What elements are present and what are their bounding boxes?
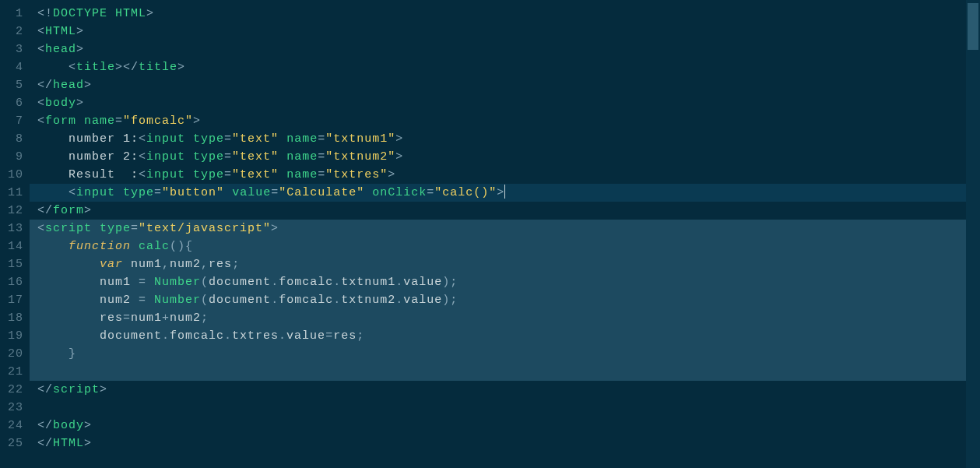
code-token (279, 132, 286, 146)
code-line[interactable]: <form name="fomcalc"> (30, 112, 980, 130)
code-token (185, 168, 193, 181)
code-token: ; (232, 258, 240, 271)
code-line[interactable]: </head> (30, 76, 980, 94)
minimap[interactable] (966, 0, 980, 468)
line-number: 22 (0, 381, 23, 399)
code-token: . (333, 294, 341, 307)
code-token: < (139, 168, 146, 181)
code-line[interactable]: function calc(){ (30, 238, 980, 255)
code-line[interactable]: res=num1+num2; (30, 309, 980, 327)
code-line[interactable]: num1 = Number(document.fomcalc.txtnum1.v… (30, 273, 980, 291)
code-line[interactable] (30, 363, 980, 381)
line-number: 13 (0, 220, 23, 238)
code-token: = (224, 168, 232, 181)
code-token: txtnum1 (341, 276, 395, 289)
code-token: HTML (53, 437, 84, 450)
code-token: = (318, 168, 325, 181)
code-token: . (271, 276, 279, 289)
code-token: res (333, 329, 357, 343)
code-line[interactable]: <title></title> (30, 58, 980, 76)
code-token: type (193, 132, 224, 146)
code-token: head (53, 79, 84, 92)
code-token: "calc()" (434, 186, 497, 199)
line-number: 10 (0, 166, 23, 184)
code-token (279, 168, 286, 181)
code-token: + (162, 311, 170, 325)
code-token (123, 258, 131, 271)
code-token: form (45, 114, 76, 128)
code-token: "Calculate" (279, 186, 364, 199)
code-token: "text" (232, 150, 279, 164)
code-line[interactable]: var num1,num2,res; (30, 255, 980, 273)
text-cursor (504, 185, 505, 199)
line-number: 9 (0, 148, 23, 166)
code-token: . (271, 294, 279, 307)
code-token: , (201, 258, 209, 271)
code-token: form (53, 204, 84, 217)
code-area[interactable]: <!DOCTYPE HTML><HTML><head> <title></tit… (30, 0, 980, 468)
code-token: res (209, 258, 232, 271)
line-number: 4 (0, 58, 23, 76)
code-token: < (37, 222, 45, 235)
code-line[interactable]: } (30, 345, 980, 363)
line-number: 24 (0, 417, 23, 435)
line-number: 20 (0, 345, 23, 363)
code-line[interactable]: <!DOCTYPE HTML> (30, 5, 980, 23)
code-token: . (395, 294, 403, 307)
code-token: </ (37, 419, 53, 432)
line-number: 5 (0, 76, 23, 94)
code-line[interactable] (30, 399, 980, 417)
code-token: title (76, 61, 115, 74)
code-line[interactable]: Result :<input type="text" name="txtres"… (30, 166, 980, 184)
code-token: num2 (170, 311, 201, 325)
code-token: txtnum2 (341, 294, 395, 307)
code-token: = (139, 294, 146, 307)
code-token: name (286, 150, 318, 164)
code-line[interactable]: number 2:<input type="text" name="txtnum… (30, 148, 980, 166)
code-token: ; (201, 311, 209, 325)
code-line[interactable]: </body> (30, 417, 980, 435)
code-token: > (84, 204, 92, 217)
code-line[interactable]: <script type="text/javascript"> (30, 220, 980, 238)
code-token: </ (37, 383, 53, 396)
code-token: DOCTYPE (53, 7, 107, 20)
code-line[interactable]: <head> (30, 40, 980, 58)
code-token: > (100, 383, 107, 396)
code-line[interactable]: <body> (30, 94, 980, 112)
code-token: > (76, 43, 84, 56)
code-token (131, 276, 139, 289)
code-token: . (279, 329, 286, 343)
code-line[interactable]: num2 = Number(document.fomcalc.txtnum2.v… (30, 291, 980, 309)
code-token: "txtres" (325, 168, 388, 181)
line-number: 8 (0, 130, 23, 148)
line-number: 17 (0, 291, 23, 309)
code-token (364, 186, 372, 199)
code-token: number 2: (68, 150, 139, 164)
code-token: </ (37, 204, 53, 217)
code-token: Number (154, 294, 201, 307)
code-token: < (139, 132, 146, 146)
code-token: num1 (131, 258, 162, 271)
code-line[interactable]: </script> (30, 381, 980, 399)
code-token: Number (154, 276, 201, 289)
code-line[interactable]: </form> (30, 202, 980, 220)
code-token: type (193, 168, 224, 181)
code-line[interactable]: document.fomcalc.txtres.value=res; (30, 327, 980, 345)
code-token: > (388, 168, 395, 181)
code-token: = (427, 186, 434, 199)
code-token: = (318, 150, 325, 164)
code-token: ; (357, 329, 364, 343)
code-token (115, 186, 123, 199)
code-line[interactable]: <HTML> (30, 23, 980, 40)
code-line[interactable]: </HTML> (30, 435, 980, 452)
line-number: 18 (0, 309, 23, 327)
code-token: < (37, 97, 45, 110)
code-editor[interactable]: 1234567891011121314151617181920212223242… (0, 0, 980, 468)
code-token: document (100, 329, 162, 343)
code-token: } (68, 347, 76, 361)
code-token: number 1: (68, 132, 139, 146)
code-line[interactable]: <input type="button" value="Calculate" o… (30, 184, 980, 202)
code-token: = (154, 186, 162, 199)
code-token: = (123, 311, 131, 325)
code-line[interactable]: number 1:<input type="text" name="txtnum… (30, 130, 980, 148)
